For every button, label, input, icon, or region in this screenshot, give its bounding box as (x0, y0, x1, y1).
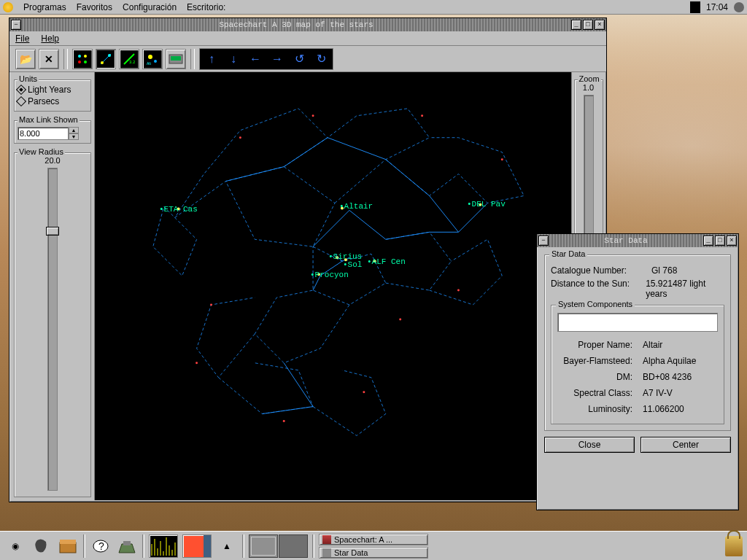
workspace-1[interactable] (249, 534, 278, 558)
maxlink-input[interactable] (18, 127, 69, 140)
rotate-right-button[interactable]: → (267, 50, 287, 68)
star-canvas[interactable]: •ETA Cas •Altair •DEL Pav •Sirius •Sol •… (95, 72, 571, 500)
rotate-down-button[interactable]: ↓ (223, 50, 244, 68)
rotation-controls: ↑ ↓ ← → ↺ ↻ (199, 48, 333, 70)
stardata-window-menu-button[interactable]: − (538, 236, 549, 246)
svg-point-1 (84, 55, 87, 58)
svg-text:?: ? (98, 540, 104, 552)
star-label-altair: •Altair (339, 202, 373, 211)
maxlink-label: Max Link Shown (18, 115, 80, 124)
gnome-foot-taskbar-icon[interactable] (31, 535, 53, 557)
proper-name-label: Proper Name: (559, 338, 637, 352)
radio-parsecs[interactable]: Parsecs (18, 96, 88, 106)
taskbar: ◉ ? ▲ Spacechart: A ... Star Data (0, 531, 747, 560)
svg-point-29 (501, 158, 503, 160)
svg-point-28 (363, 391, 365, 393)
units-legend: Units (18, 74, 39, 83)
distance-label: Distance to the Sun: (551, 279, 640, 299)
help-icon[interactable]: ? (90, 535, 112, 557)
components-fieldset: System Components Proper Name:Altair Bay… (551, 305, 724, 424)
window-menu-button[interactable]: − (11, 20, 21, 30)
close-dialog-button[interactable]: Close (544, 437, 635, 453)
task-spacechart-label: Spacechart: A ... (334, 535, 392, 544)
svg-point-24 (457, 289, 460, 292)
maxlink-up-button[interactable]: ▲ (69, 127, 79, 133)
view-mode-3-button[interactable]: 3.2 (119, 49, 139, 69)
view-mode-4-button[interactable]: Alt (142, 49, 163, 69)
stardata-legend: Star Data (549, 249, 587, 258)
svg-text:Alt: Alt (147, 61, 151, 66)
viewradius-groupbox: View Radius 20.0 (14, 152, 91, 497)
menu-favoritos[interactable]: Favoritos (77, 2, 112, 12)
stardata-maximize-button[interactable]: □ (715, 236, 725, 246)
dm-value: BD+08 4236 (638, 370, 716, 384)
close-file-button[interactable]: ✕ (39, 49, 59, 69)
svg-point-6 (108, 54, 111, 57)
close-button[interactable]: × (595, 20, 605, 30)
maximize-button[interactable]: □ (583, 20, 593, 30)
menu-configuracion[interactable]: Configuración (123, 2, 177, 12)
taskbar-sep-4 (312, 534, 314, 558)
svg-rect-36 (123, 541, 131, 545)
stardata-titlebar[interactable]: − Star Data _ □ × (537, 234, 738, 247)
tray-indicator-icon[interactable] (690, 1, 700, 13)
stardata-fieldset: Star Data Catalogue Number: Gl 768 Dista… (544, 254, 731, 431)
tray-app-icon[interactable] (734, 2, 744, 12)
view-mode-5-button[interactable] (166, 49, 186, 69)
viewradius-slider[interactable] (47, 168, 58, 491)
svg-point-3 (84, 61, 87, 63)
center-button[interactable]: Center (640, 437, 731, 453)
workspace-pager[interactable] (249, 534, 308, 558)
gnome-foot-icon[interactable] (3, 2, 13, 12)
task-stardata-icon (322, 548, 331, 557)
luminosity-value: 11.066200 (638, 402, 716, 416)
stardata-close-button[interactable]: × (727, 236, 737, 246)
power-icon[interactable]: ◉ (4, 535, 26, 557)
star-map-svg (95, 72, 571, 494)
distance-value: 15.921487 light years (646, 279, 724, 299)
taskbar-sep-3 (242, 534, 244, 558)
lock-screen-icon[interactable] (725, 536, 743, 556)
maxlink-down-button[interactable]: ▼ (69, 133, 79, 140)
minimize-button[interactable]: _ (571, 20, 581, 30)
workspace-2[interactable] (279, 534, 308, 558)
task-spacechart-icon (322, 535, 331, 544)
menu-programas[interactable]: Programas (23, 2, 66, 12)
color-applet[interactable] (182, 534, 212, 558)
rotate-cw-button[interactable]: ↻ (311, 50, 331, 68)
zoom-value: 1.0 (578, 83, 600, 92)
clock: 17:04 (706, 2, 728, 12)
star-label-sol: •Sol (343, 260, 362, 269)
menu-escritorio[interactable]: Escritorio: (187, 2, 225, 12)
system-monitor-applet[interactable] (149, 534, 178, 558)
open-file-button[interactable]: 📂 (15, 49, 36, 69)
spacechart-menubar: File Help (9, 31, 606, 46)
spectral-label: Spectral Class: (559, 386, 637, 400)
stardata-body: Star Data Catalogue Number: Gl 768 Dista… (537, 247, 738, 457)
components-legend: System Components (556, 300, 635, 308)
spacechart-titlebar[interactable]: − Spacechart A 3D map of the stars _ □ × (9, 18, 606, 31)
toolbox-icon[interactable] (116, 535, 138, 557)
rotate-ccw-button[interactable]: ↺ (289, 50, 309, 68)
menu-help[interactable]: Help (41, 34, 59, 44)
task-spacechart[interactable]: Spacechart: A ... (319, 534, 428, 545)
components-tabs[interactable] (557, 313, 718, 332)
view-mode-2-button[interactable] (96, 49, 116, 69)
spacechart-title: Spacechart A 3D map of the stars (24, 20, 568, 29)
maxlink-spinbox[interactable]: ▲ ▼ (18, 127, 88, 140)
stardata-minimize-button[interactable]: _ (703, 236, 713, 246)
rotate-left-button[interactable]: ← (245, 50, 266, 68)
arrow-up-icon[interactable]: ▲ (216, 535, 238, 557)
svg-point-21 (210, 304, 212, 306)
left-panel: Units Light Years Parsecs Max Link Shown… (11, 72, 95, 500)
radio-light-years[interactable]: Light Years (18, 85, 88, 95)
view-mode-1-button[interactable] (72, 49, 93, 69)
star-label-alf-cen: •ALF Cen (367, 257, 406, 266)
stardata-title: Star Data (551, 236, 700, 245)
rotate-up-button[interactable]: ↑ (201, 50, 222, 68)
viewradius-thumb[interactable] (46, 227, 59, 236)
menu-file[interactable]: File (15, 34, 29, 44)
drawer-icon[interactable] (57, 535, 79, 557)
radio-parsecs-label: Parsecs (28, 96, 59, 106)
task-stardata[interactable]: Star Data (319, 547, 428, 559)
